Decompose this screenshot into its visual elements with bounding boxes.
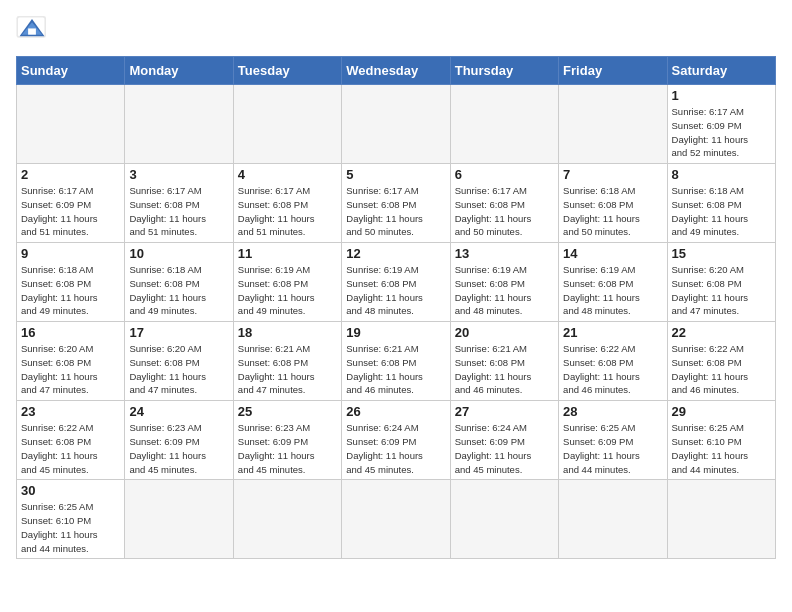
day-number: 17 xyxy=(129,325,228,340)
calendar-cell: 19Sunrise: 6:21 AM Sunset: 6:08 PM Dayli… xyxy=(342,322,450,401)
calendar-cell: 26Sunrise: 6:24 AM Sunset: 6:09 PM Dayli… xyxy=(342,401,450,480)
calendar-week-row: 30Sunrise: 6:25 AM Sunset: 6:10 PM Dayli… xyxy=(17,480,776,559)
day-info: Sunrise: 6:19 AM Sunset: 6:08 PM Dayligh… xyxy=(238,263,337,318)
calendar-cell xyxy=(233,85,341,164)
day-number: 21 xyxy=(563,325,662,340)
day-number: 28 xyxy=(563,404,662,419)
day-info: Sunrise: 6:18 AM Sunset: 6:08 PM Dayligh… xyxy=(21,263,120,318)
day-info: Sunrise: 6:25 AM Sunset: 6:10 PM Dayligh… xyxy=(672,421,771,476)
calendar-cell: 25Sunrise: 6:23 AM Sunset: 6:09 PM Dayli… xyxy=(233,401,341,480)
day-info: Sunrise: 6:24 AM Sunset: 6:09 PM Dayligh… xyxy=(346,421,445,476)
calendar-week-row: 23Sunrise: 6:22 AM Sunset: 6:08 PM Dayli… xyxy=(17,401,776,480)
calendar-cell: 28Sunrise: 6:25 AM Sunset: 6:09 PM Dayli… xyxy=(559,401,667,480)
day-number: 9 xyxy=(21,246,120,261)
calendar-cell: 22Sunrise: 6:22 AM Sunset: 6:08 PM Dayli… xyxy=(667,322,775,401)
day-number: 26 xyxy=(346,404,445,419)
calendar-week-row: 16Sunrise: 6:20 AM Sunset: 6:08 PM Dayli… xyxy=(17,322,776,401)
day-info: Sunrise: 6:17 AM Sunset: 6:09 PM Dayligh… xyxy=(672,105,771,160)
day-info: Sunrise: 6:20 AM Sunset: 6:08 PM Dayligh… xyxy=(21,342,120,397)
day-header-sunday: Sunday xyxy=(17,57,125,85)
day-number: 2 xyxy=(21,167,120,182)
calendar-cell: 7Sunrise: 6:18 AM Sunset: 6:08 PM Daylig… xyxy=(559,164,667,243)
logo xyxy=(16,16,52,44)
day-header-wednesday: Wednesday xyxy=(342,57,450,85)
calendar-week-row: 1Sunrise: 6:17 AM Sunset: 6:09 PM Daylig… xyxy=(17,85,776,164)
calendar-cell: 9Sunrise: 6:18 AM Sunset: 6:08 PM Daylig… xyxy=(17,243,125,322)
calendar-cell xyxy=(17,85,125,164)
day-info: Sunrise: 6:21 AM Sunset: 6:08 PM Dayligh… xyxy=(455,342,554,397)
day-info: Sunrise: 6:18 AM Sunset: 6:08 PM Dayligh… xyxy=(672,184,771,239)
day-number: 24 xyxy=(129,404,228,419)
calendar-cell: 18Sunrise: 6:21 AM Sunset: 6:08 PM Dayli… xyxy=(233,322,341,401)
calendar-cell: 1Sunrise: 6:17 AM Sunset: 6:09 PM Daylig… xyxy=(667,85,775,164)
calendar-header-row: SundayMondayTuesdayWednesdayThursdayFrid… xyxy=(17,57,776,85)
calendar-cell: 11Sunrise: 6:19 AM Sunset: 6:08 PM Dayli… xyxy=(233,243,341,322)
day-info: Sunrise: 6:25 AM Sunset: 6:10 PM Dayligh… xyxy=(21,500,120,555)
calendar-table: SundayMondayTuesdayWednesdayThursdayFrid… xyxy=(16,56,776,559)
day-info: Sunrise: 6:20 AM Sunset: 6:08 PM Dayligh… xyxy=(129,342,228,397)
calendar-week-row: 9Sunrise: 6:18 AM Sunset: 6:08 PM Daylig… xyxy=(17,243,776,322)
day-info: Sunrise: 6:18 AM Sunset: 6:08 PM Dayligh… xyxy=(129,263,228,318)
day-info: Sunrise: 6:20 AM Sunset: 6:08 PM Dayligh… xyxy=(672,263,771,318)
day-number: 16 xyxy=(21,325,120,340)
day-number: 11 xyxy=(238,246,337,261)
day-info: Sunrise: 6:17 AM Sunset: 6:08 PM Dayligh… xyxy=(129,184,228,239)
calendar-cell: 3Sunrise: 6:17 AM Sunset: 6:08 PM Daylig… xyxy=(125,164,233,243)
day-header-saturday: Saturday xyxy=(667,57,775,85)
calendar-cell: 30Sunrise: 6:25 AM Sunset: 6:10 PM Dayli… xyxy=(17,480,125,559)
calendar-cell: 13Sunrise: 6:19 AM Sunset: 6:08 PM Dayli… xyxy=(450,243,558,322)
day-number: 7 xyxy=(563,167,662,182)
day-number: 15 xyxy=(672,246,771,261)
calendar-cell xyxy=(667,480,775,559)
day-info: Sunrise: 6:19 AM Sunset: 6:08 PM Dayligh… xyxy=(563,263,662,318)
calendar-cell: 24Sunrise: 6:23 AM Sunset: 6:09 PM Dayli… xyxy=(125,401,233,480)
day-number: 30 xyxy=(21,483,120,498)
day-header-monday: Monday xyxy=(125,57,233,85)
day-number: 6 xyxy=(455,167,554,182)
day-header-tuesday: Tuesday xyxy=(233,57,341,85)
calendar-cell: 12Sunrise: 6:19 AM Sunset: 6:08 PM Dayli… xyxy=(342,243,450,322)
day-info: Sunrise: 6:21 AM Sunset: 6:08 PM Dayligh… xyxy=(346,342,445,397)
calendar-cell: 20Sunrise: 6:21 AM Sunset: 6:08 PM Dayli… xyxy=(450,322,558,401)
calendar-cell: 10Sunrise: 6:18 AM Sunset: 6:08 PM Dayli… xyxy=(125,243,233,322)
calendar-cell xyxy=(342,85,450,164)
calendar-cell: 17Sunrise: 6:20 AM Sunset: 6:08 PM Dayli… xyxy=(125,322,233,401)
day-header-friday: Friday xyxy=(559,57,667,85)
day-info: Sunrise: 6:24 AM Sunset: 6:09 PM Dayligh… xyxy=(455,421,554,476)
calendar-cell: 14Sunrise: 6:19 AM Sunset: 6:08 PM Dayli… xyxy=(559,243,667,322)
day-info: Sunrise: 6:18 AM Sunset: 6:08 PM Dayligh… xyxy=(563,184,662,239)
day-info: Sunrise: 6:23 AM Sunset: 6:09 PM Dayligh… xyxy=(238,421,337,476)
day-info: Sunrise: 6:17 AM Sunset: 6:08 PM Dayligh… xyxy=(455,184,554,239)
day-info: Sunrise: 6:22 AM Sunset: 6:08 PM Dayligh… xyxy=(563,342,662,397)
calendar-cell: 15Sunrise: 6:20 AM Sunset: 6:08 PM Dayli… xyxy=(667,243,775,322)
day-number: 27 xyxy=(455,404,554,419)
day-number: 29 xyxy=(672,404,771,419)
day-header-thursday: Thursday xyxy=(450,57,558,85)
calendar-cell xyxy=(125,480,233,559)
day-number: 4 xyxy=(238,167,337,182)
day-number: 14 xyxy=(563,246,662,261)
calendar-week-row: 2Sunrise: 6:17 AM Sunset: 6:09 PM Daylig… xyxy=(17,164,776,243)
day-number: 1 xyxy=(672,88,771,103)
day-number: 18 xyxy=(238,325,337,340)
calendar-cell xyxy=(450,85,558,164)
generalblue-logo-icon xyxy=(16,16,48,44)
calendar-cell xyxy=(559,480,667,559)
day-number: 10 xyxy=(129,246,228,261)
calendar-cell: 23Sunrise: 6:22 AM Sunset: 6:08 PM Dayli… xyxy=(17,401,125,480)
day-number: 19 xyxy=(346,325,445,340)
calendar-cell xyxy=(233,480,341,559)
day-number: 5 xyxy=(346,167,445,182)
calendar-cell xyxy=(450,480,558,559)
day-number: 23 xyxy=(21,404,120,419)
day-info: Sunrise: 6:19 AM Sunset: 6:08 PM Dayligh… xyxy=(455,263,554,318)
calendar-cell xyxy=(342,480,450,559)
day-info: Sunrise: 6:17 AM Sunset: 6:09 PM Dayligh… xyxy=(21,184,120,239)
day-info: Sunrise: 6:21 AM Sunset: 6:08 PM Dayligh… xyxy=(238,342,337,397)
calendar-cell: 27Sunrise: 6:24 AM Sunset: 6:09 PM Dayli… xyxy=(450,401,558,480)
day-number: 13 xyxy=(455,246,554,261)
day-info: Sunrise: 6:22 AM Sunset: 6:08 PM Dayligh… xyxy=(672,342,771,397)
calendar-cell: 21Sunrise: 6:22 AM Sunset: 6:08 PM Dayli… xyxy=(559,322,667,401)
day-info: Sunrise: 6:25 AM Sunset: 6:09 PM Dayligh… xyxy=(563,421,662,476)
day-info: Sunrise: 6:22 AM Sunset: 6:08 PM Dayligh… xyxy=(21,421,120,476)
